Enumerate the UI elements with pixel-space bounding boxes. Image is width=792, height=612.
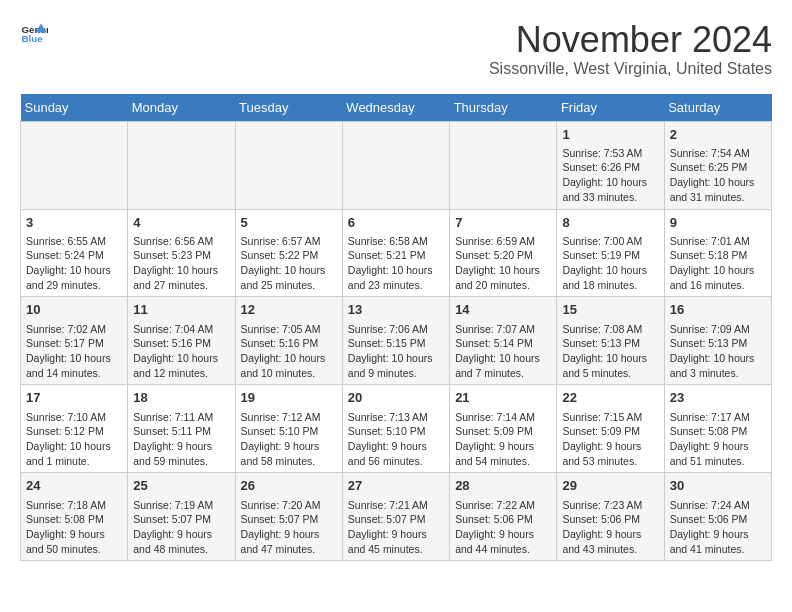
- day-header-friday: Friday: [557, 94, 664, 122]
- day-info: Sunrise: 7:22 AM Sunset: 5:06 PM Dayligh…: [455, 498, 551, 557]
- subtitle: Sissonville, West Virginia, United State…: [489, 60, 772, 78]
- day-info: Sunrise: 7:19 AM Sunset: 5:07 PM Dayligh…: [133, 498, 229, 557]
- day-info: Sunrise: 7:00 AM Sunset: 5:19 PM Dayligh…: [562, 234, 658, 293]
- calendar-cell: 25Sunrise: 7:19 AM Sunset: 5:07 PM Dayli…: [128, 473, 235, 561]
- calendar-cell: 1Sunrise: 7:53 AM Sunset: 6:26 PM Daylig…: [557, 121, 664, 209]
- week-row-1: 1Sunrise: 7:53 AM Sunset: 6:26 PM Daylig…: [21, 121, 772, 209]
- day-info: Sunrise: 6:59 AM Sunset: 5:20 PM Dayligh…: [455, 234, 551, 293]
- day-number: 5: [241, 214, 337, 232]
- calendar-cell: 30Sunrise: 7:24 AM Sunset: 5:06 PM Dayli…: [664, 473, 771, 561]
- calendar-cell: 21Sunrise: 7:14 AM Sunset: 5:09 PM Dayli…: [450, 385, 557, 473]
- day-number: 8: [562, 214, 658, 232]
- day-headers-row: SundayMondayTuesdayWednesdayThursdayFrid…: [21, 94, 772, 122]
- day-number: 28: [455, 477, 551, 495]
- calendar-cell: 15Sunrise: 7:08 AM Sunset: 5:13 PM Dayli…: [557, 297, 664, 385]
- calendar-cell: 23Sunrise: 7:17 AM Sunset: 5:08 PM Dayli…: [664, 385, 771, 473]
- week-row-2: 3Sunrise: 6:55 AM Sunset: 5:24 PM Daylig…: [21, 209, 772, 297]
- day-number: 14: [455, 301, 551, 319]
- calendar-cell: 5Sunrise: 6:57 AM Sunset: 5:22 PM Daylig…: [235, 209, 342, 297]
- calendar-cell: 3Sunrise: 6:55 AM Sunset: 5:24 PM Daylig…: [21, 209, 128, 297]
- day-info: Sunrise: 7:11 AM Sunset: 5:11 PM Dayligh…: [133, 410, 229, 469]
- calendar-cell: 7Sunrise: 6:59 AM Sunset: 5:20 PM Daylig…: [450, 209, 557, 297]
- day-info: Sunrise: 7:01 AM Sunset: 5:18 PM Dayligh…: [670, 234, 766, 293]
- day-info: Sunrise: 7:09 AM Sunset: 5:13 PM Dayligh…: [670, 322, 766, 381]
- calendar-cell: 16Sunrise: 7:09 AM Sunset: 5:13 PM Dayli…: [664, 297, 771, 385]
- calendar-cell: 12Sunrise: 7:05 AM Sunset: 5:16 PM Dayli…: [235, 297, 342, 385]
- day-number: 15: [562, 301, 658, 319]
- main-title: November 2024: [489, 20, 772, 60]
- day-info: Sunrise: 7:06 AM Sunset: 5:15 PM Dayligh…: [348, 322, 444, 381]
- day-info: Sunrise: 7:24 AM Sunset: 5:06 PM Dayligh…: [670, 498, 766, 557]
- day-number: 11: [133, 301, 229, 319]
- calendar-cell: 22Sunrise: 7:15 AM Sunset: 5:09 PM Dayli…: [557, 385, 664, 473]
- day-number: 17: [26, 389, 122, 407]
- calendar-cell: 6Sunrise: 6:58 AM Sunset: 5:21 PM Daylig…: [342, 209, 449, 297]
- calendar-cell: 13Sunrise: 7:06 AM Sunset: 5:15 PM Dayli…: [342, 297, 449, 385]
- day-info: Sunrise: 6:58 AM Sunset: 5:21 PM Dayligh…: [348, 234, 444, 293]
- day-number: 18: [133, 389, 229, 407]
- day-number: 25: [133, 477, 229, 495]
- day-info: Sunrise: 7:54 AM Sunset: 6:25 PM Dayligh…: [670, 146, 766, 205]
- day-info: Sunrise: 7:07 AM Sunset: 5:14 PM Dayligh…: [455, 322, 551, 381]
- day-info: Sunrise: 7:13 AM Sunset: 5:10 PM Dayligh…: [348, 410, 444, 469]
- week-row-4: 17Sunrise: 7:10 AM Sunset: 5:12 PM Dayli…: [21, 385, 772, 473]
- day-number: 29: [562, 477, 658, 495]
- day-number: 27: [348, 477, 444, 495]
- calendar-cell: [450, 121, 557, 209]
- day-info: Sunrise: 7:10 AM Sunset: 5:12 PM Dayligh…: [26, 410, 122, 469]
- day-number: 26: [241, 477, 337, 495]
- calendar-cell: 17Sunrise: 7:10 AM Sunset: 5:12 PM Dayli…: [21, 385, 128, 473]
- day-info: Sunrise: 7:17 AM Sunset: 5:08 PM Dayligh…: [670, 410, 766, 469]
- day-number: 19: [241, 389, 337, 407]
- logo: General Blue: [20, 20, 48, 48]
- day-header-sunday: Sunday: [21, 94, 128, 122]
- day-number: 24: [26, 477, 122, 495]
- day-number: 21: [455, 389, 551, 407]
- day-info: Sunrise: 7:15 AM Sunset: 5:09 PM Dayligh…: [562, 410, 658, 469]
- day-number: 9: [670, 214, 766, 232]
- day-info: Sunrise: 7:02 AM Sunset: 5:17 PM Dayligh…: [26, 322, 122, 381]
- calendar-cell: [21, 121, 128, 209]
- calendar-cell: 10Sunrise: 7:02 AM Sunset: 5:17 PM Dayli…: [21, 297, 128, 385]
- day-number: 23: [670, 389, 766, 407]
- day-info: Sunrise: 7:18 AM Sunset: 5:08 PM Dayligh…: [26, 498, 122, 557]
- day-header-thursday: Thursday: [450, 94, 557, 122]
- calendar-cell: 2Sunrise: 7:54 AM Sunset: 6:25 PM Daylig…: [664, 121, 771, 209]
- calendar-cell: 27Sunrise: 7:21 AM Sunset: 5:07 PM Dayli…: [342, 473, 449, 561]
- day-number: 1: [562, 126, 658, 144]
- day-number: 7: [455, 214, 551, 232]
- day-info: Sunrise: 7:20 AM Sunset: 5:07 PM Dayligh…: [241, 498, 337, 557]
- calendar-cell: 29Sunrise: 7:23 AM Sunset: 5:06 PM Dayli…: [557, 473, 664, 561]
- day-header-saturday: Saturday: [664, 94, 771, 122]
- calendar-cell: 8Sunrise: 7:00 AM Sunset: 5:19 PM Daylig…: [557, 209, 664, 297]
- day-number: 12: [241, 301, 337, 319]
- day-info: Sunrise: 7:53 AM Sunset: 6:26 PM Dayligh…: [562, 146, 658, 205]
- calendar-cell: 28Sunrise: 7:22 AM Sunset: 5:06 PM Dayli…: [450, 473, 557, 561]
- header: General Blue November 2024 Sissonville, …: [20, 20, 772, 78]
- day-info: Sunrise: 6:55 AM Sunset: 5:24 PM Dayligh…: [26, 234, 122, 293]
- day-number: 16: [670, 301, 766, 319]
- day-info: Sunrise: 6:56 AM Sunset: 5:23 PM Dayligh…: [133, 234, 229, 293]
- calendar-cell: 19Sunrise: 7:12 AM Sunset: 5:10 PM Dayli…: [235, 385, 342, 473]
- calendar-table: SundayMondayTuesdayWednesdayThursdayFrid…: [20, 94, 772, 562]
- day-info: Sunrise: 7:23 AM Sunset: 5:06 PM Dayligh…: [562, 498, 658, 557]
- calendar-cell: 24Sunrise: 7:18 AM Sunset: 5:08 PM Dayli…: [21, 473, 128, 561]
- day-info: Sunrise: 7:12 AM Sunset: 5:10 PM Dayligh…: [241, 410, 337, 469]
- day-number: 2: [670, 126, 766, 144]
- calendar-cell: 26Sunrise: 7:20 AM Sunset: 5:07 PM Dayli…: [235, 473, 342, 561]
- day-header-monday: Monday: [128, 94, 235, 122]
- calendar-cell: 11Sunrise: 7:04 AM Sunset: 5:16 PM Dayli…: [128, 297, 235, 385]
- day-number: 4: [133, 214, 229, 232]
- day-info: Sunrise: 7:08 AM Sunset: 5:13 PM Dayligh…: [562, 322, 658, 381]
- day-info: Sunrise: 6:57 AM Sunset: 5:22 PM Dayligh…: [241, 234, 337, 293]
- svg-text:Blue: Blue: [21, 33, 43, 44]
- calendar-cell: [128, 121, 235, 209]
- day-number: 22: [562, 389, 658, 407]
- calendar-cell: 18Sunrise: 7:11 AM Sunset: 5:11 PM Dayli…: [128, 385, 235, 473]
- calendar-cell: [235, 121, 342, 209]
- day-info: Sunrise: 7:05 AM Sunset: 5:16 PM Dayligh…: [241, 322, 337, 381]
- day-header-wednesday: Wednesday: [342, 94, 449, 122]
- calendar-cell: 14Sunrise: 7:07 AM Sunset: 5:14 PM Dayli…: [450, 297, 557, 385]
- title-block: November 2024 Sissonville, West Virginia…: [489, 20, 772, 78]
- day-info: Sunrise: 7:04 AM Sunset: 5:16 PM Dayligh…: [133, 322, 229, 381]
